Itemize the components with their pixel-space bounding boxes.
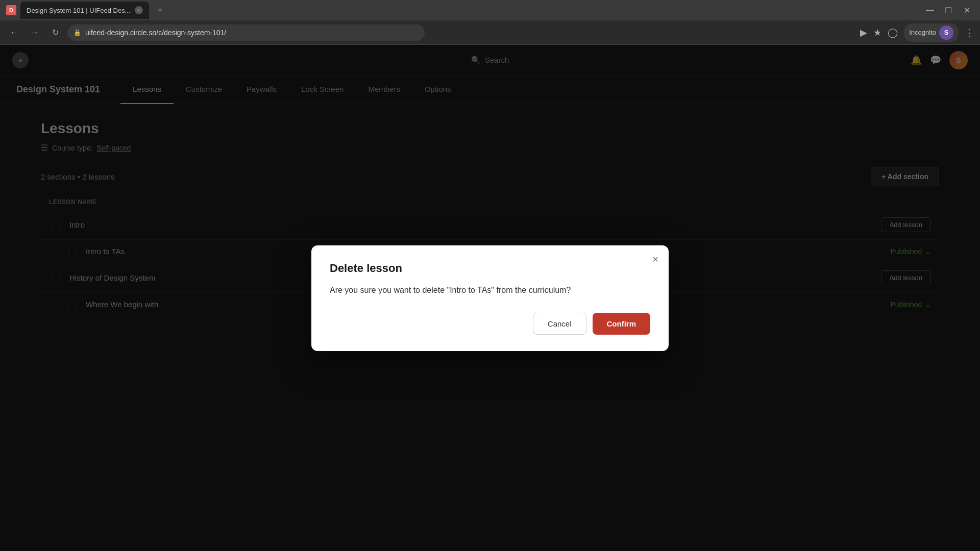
bookmark-icon[interactable]: ★ <box>873 27 881 38</box>
menu-icon[interactable]: ⋮ <box>965 27 974 38</box>
modal-body: Are you sure you want to delete "Intro t… <box>330 284 650 296</box>
browser-titlebar: D Design System 101 | UIFeed Des... × + … <box>0 0 980 20</box>
reload-button[interactable]: ↻ <box>47 24 63 41</box>
new-tab-button[interactable]: + <box>153 3 167 17</box>
profile-icon[interactable]: ◯ <box>888 27 898 38</box>
close-button[interactable]: ✕ <box>960 3 974 17</box>
tab-title: Design System 101 | UIFeed Des... <box>27 7 131 14</box>
modal-overlay: × Delete lesson Are you sure you want to… <box>0 45 980 551</box>
address-bar[interactable]: 🔒 uifeed-design.circle.so/c/design-syste… <box>67 24 425 41</box>
cast-icon[interactable]: ▶ <box>860 27 867 38</box>
confirm-button[interactable]: Confirm <box>593 313 651 335</box>
lock-icon: 🔒 <box>74 29 81 36</box>
incognito-label: Incognito <box>909 29 936 36</box>
browser-toolbar: ← → ↻ 🔒 uifeed-design.circle.so/c/design… <box>0 20 980 45</box>
modal-close-button[interactable]: × <box>652 254 658 265</box>
incognito-badge: Incognito S <box>904 23 959 42</box>
toolbar-actions: ▶ ★ ◯ Incognito S ⋮ <box>860 23 974 42</box>
maximize-button[interactable]: ☐ <box>941 3 955 17</box>
url-text: uifeed-design.circle.so/c/design-system-… <box>85 29 226 37</box>
modal-actions: Cancel Confirm <box>330 313 650 335</box>
delete-lesson-modal: × Delete lesson Are you sure you want to… <box>311 245 669 351</box>
browser-tab[interactable]: Design System 101 | UIFeed Des... × <box>20 2 149 19</box>
browser-chrome: D Design System 101 | UIFeed Des... × + … <box>0 0 980 45</box>
modal-title: Delete lesson <box>330 262 650 275</box>
window-controls: — ☐ ✕ <box>923 3 974 17</box>
cancel-button[interactable]: Cancel <box>533 313 586 335</box>
incognito-avatar: S <box>939 26 953 40</box>
forward-button[interactable]: → <box>27 24 43 41</box>
tab-close-btn[interactable]: × <box>135 6 143 14</box>
back-button[interactable]: ← <box>6 24 22 41</box>
minimize-button[interactable]: — <box>923 3 937 17</box>
page: ● 🔍 Search 🔔 💬 S Design System 101 Lesso… <box>0 45 980 551</box>
browser-favicon: D <box>6 5 16 15</box>
